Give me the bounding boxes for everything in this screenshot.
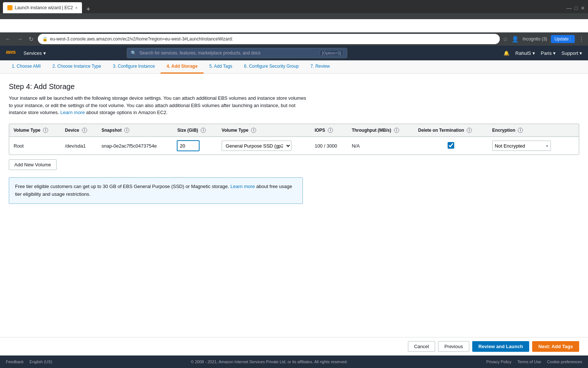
cell-throughput: N/A [347, 137, 414, 155]
forward-button[interactable]: → [15, 35, 24, 43]
address-bar-row: ← → ↻ 🔒 eu-west-3.console.aws.amazon.com… [0, 32, 588, 46]
address-bar[interactable]: 🔒 eu-west-3.console.aws.amazon.com/ec2/v… [38, 34, 500, 44]
browser-tab[interactable]: Launch instance wizard | EC2 × [3, 2, 82, 13]
vol-type-info-icon[interactable]: i [43, 128, 48, 133]
col-header-device: Device i [61, 124, 97, 137]
size-info-icon[interactable]: i [201, 128, 206, 133]
device-info-icon[interactable]: i [82, 128, 87, 133]
delete-term-info-icon[interactable]: i [467, 128, 472, 133]
page-title: Step 4: Add Storage [9, 82, 579, 91]
wizard-step-3[interactable]: 3. Configure Instance [107, 60, 161, 74]
learn-more-link[interactable]: Learn more [60, 110, 85, 115]
col-header-snapshot: Snapshot i [97, 124, 173, 137]
storage-table: Volume Type i Device i Snapshot i Size (… [9, 124, 579, 155]
services-chevron-icon: ▾ [43, 50, 46, 56]
aws-topnav: aws Services ▾ 🔍 Search for services, fe… [0, 46, 588, 60]
search-placeholder-text: Search for services, features, marketpla… [139, 50, 317, 56]
snapshot-info-icon[interactable]: i [124, 128, 129, 133]
services-menu-button[interactable]: Services ▾ [24, 50, 46, 56]
aws-search-bar[interactable]: 🔍 Search for services, features, marketp… [127, 48, 347, 58]
wizard-step-7[interactable]: 7. Review [305, 60, 336, 74]
main-content: Step 4: Add Storage Your instance will b… [0, 74, 588, 210]
wizard-step-4[interactable]: 4. Add Storage [161, 60, 203, 74]
browser-chrome: Launch instance wizard | EC2 × + — □ ✕ [0, 0, 588, 19]
aws-nav-right: 🔔 RahulS ▾ Paris ▾ Support ▾ [503, 50, 582, 56]
info-learn-more-link[interactable]: Learn more [230, 184, 255, 189]
cell-encryption[interactable]: Not Encrypted Encrypted ▾ [488, 137, 568, 155]
add-new-volume-button[interactable]: Add New Volume [9, 159, 57, 170]
cell-volume-type[interactable]: General Purpose SSD (gp2) Provisioned IO… [217, 137, 310, 155]
wizard-step-5[interactable]: 5. Add Tags [204, 60, 239, 74]
wizard-step-6[interactable]: 6. Configure Security Group [238, 60, 305, 74]
col-header-vol-type: Volume Type i [217, 124, 310, 137]
cell-row-actions [568, 137, 579, 155]
cell-size[interactable] [173, 137, 217, 155]
menu-icon[interactable]: ⋮ [578, 36, 584, 43]
cell-device: /dev/sda1 [61, 137, 97, 155]
col-header-actions [568, 124, 579, 137]
tab-title: Launch instance wizard | EC2 [15, 5, 73, 10]
tab-close-icon[interactable]: × [75, 6, 78, 10]
wizard-step-2[interactable]: 2. Choose Instance Type [47, 60, 107, 74]
col-header-volume-type: Volume Type i [9, 124, 61, 137]
incognito-user: Incognito (3) [523, 36, 547, 42]
svg-text:aws: aws [6, 49, 16, 55]
wizard-step-1[interactable]: 1. Choose AMI [6, 60, 47, 74]
page-description: Your instance will be launched with the … [9, 95, 310, 116]
back-button[interactable]: ← [4, 35, 12, 43]
col-header-size: Size (GiB) i [173, 124, 217, 137]
storage-table-wrapper: Volume Type i Device i Snapshot i Size (… [9, 124, 579, 155]
cell-delete-termination[interactable] [414, 137, 488, 155]
user-menu-button[interactable]: RahulS ▾ [515, 50, 535, 56]
volume-type-info-icon[interactable]: i [251, 128, 256, 133]
cell-vol-type: Root [9, 137, 61, 155]
table-header-row: Volume Type i Device i Snapshot i Size (… [9, 124, 579, 137]
new-tab-button[interactable]: + [83, 6, 93, 13]
encryption-select[interactable]: Not Encrypted Encrypted [492, 141, 551, 151]
volume-type-select[interactable]: General Purpose SSD (gp2) Provisioned IO… [222, 141, 291, 151]
search-icon: 🔍 [131, 50, 136, 56]
user-icon[interactable]: 👤 [512, 36, 519, 43]
col-header-throughput: Throughput (MB/s) i [347, 124, 414, 137]
cell-iops: 100 / 3000 [310, 137, 347, 155]
page-desc-text2: about storage options in Amazon EC2. [86, 110, 168, 115]
minimize-icon[interactable]: — [567, 5, 572, 11]
search-shortcut: [Option+S] [320, 50, 343, 56]
col-header-delete-term: Delete on Termination i [414, 124, 488, 137]
col-header-iops: IOPS i [310, 124, 347, 137]
restore-icon[interactable]: □ [575, 5, 578, 11]
url-text: eu-west-3.console.aws.amazon.com/ec2/v2/… [50, 36, 495, 42]
region-menu-button[interactable]: Paris ▾ [541, 50, 556, 56]
tab-favicon [7, 5, 12, 10]
size-input[interactable] [177, 141, 199, 151]
browser-right-icons: ☆ 👤 Incognito (3) Update : ⋮ [503, 35, 584, 43]
lock-icon: 🔒 [42, 36, 48, 42]
col-header-encryption: Encryption i [488, 124, 568, 137]
bell-icon[interactable]: 🔔 [503, 50, 509, 56]
info-box: Free tier eligible customers can get up … [9, 177, 303, 204]
bookmark-icon[interactable]: ☆ [503, 36, 508, 43]
encryption-select-wrapper: Not Encrypted Encrypted ▾ [492, 141, 551, 151]
support-menu-button[interactable]: Support ▾ [562, 50, 582, 56]
close-icon[interactable]: ✕ [581, 5, 585, 11]
iops-info-icon[interactable]: i [328, 128, 333, 133]
delete-termination-checkbox[interactable] [448, 142, 454, 149]
refresh-button[interactable]: ↻ [27, 35, 35, 43]
update-button[interactable]: Update : [551, 35, 575, 43]
aws-logo: aws [6, 48, 18, 58]
cell-snapshot: snap-0e2ac7f5c0473754e [97, 137, 173, 155]
info-box-text1: Free tier eligible customers can get up … [15, 184, 229, 189]
wizard-nav: 1. Choose AMI 2. Choose Instance Type 3.… [0, 60, 588, 74]
throughput-info-icon[interactable]: i [394, 128, 399, 133]
encryption-info-icon[interactable]: i [518, 128, 523, 133]
services-label: Services [24, 50, 42, 56]
table-row: Root /dev/sda1 snap-0e2ac7f5c0473754e Ge… [9, 137, 579, 155]
